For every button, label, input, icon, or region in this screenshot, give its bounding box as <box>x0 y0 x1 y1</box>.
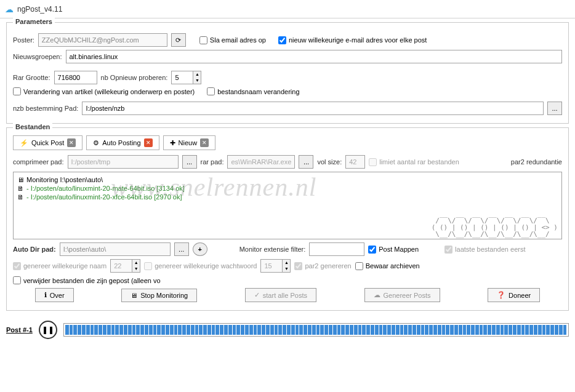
del-posted-label: verwijder bestanden die zijn gepost (all… <box>23 277 161 284</box>
close-icon[interactable]: ✕ <box>67 138 76 147</box>
latest-first-label: laatste bestanden eerst <box>455 246 525 253</box>
obfuscate-article-label: Verandering van artikel (willekeurig ond… <box>23 88 195 95</box>
file-icon: 🗎 <box>17 193 24 201</box>
autodir-label: Auto Dir pad: <box>13 246 56 253</box>
save-email-checkbox[interactable] <box>199 36 207 44</box>
latest-first-checkbox[interactable] <box>444 246 452 254</box>
keep-archives-checkbox[interactable] <box>355 262 363 270</box>
save-email-label: Sla email adres op <box>210 36 266 44</box>
log-area: 🖥Monitoring I:\posten\auto\ 🗎- I:/posten… <box>13 172 562 239</box>
rar-size-input[interactable] <box>54 71 97 84</box>
retry-up-button[interactable]: ▲ <box>193 71 201 78</box>
app-icon: ☁ <box>5 4 14 14</box>
nzb-path-input[interactable] <box>82 102 544 115</box>
post-number-label: Post #-1 <box>6 326 33 334</box>
parameters-legend: Parameters <box>13 18 55 25</box>
tab-new-label: Nieuw <box>179 139 198 146</box>
retry-input[interactable] <box>171 71 193 84</box>
log-line: Monitoring I:\posten\auto\ <box>26 176 103 183</box>
log-line: - I:/posten/auto/linuxmint-20-mate-64bit… <box>26 185 185 192</box>
retry-label: nb Opnieuw proberen: <box>101 74 168 81</box>
stop-monitoring-button[interactable]: 🖥Stop Monitoring <box>121 289 197 302</box>
gen-name-len-input[interactable] <box>110 259 132 273</box>
close-icon[interactable]: ✕ <box>144 138 153 147</box>
gear-icon: ⚙ <box>93 139 99 147</box>
gen-pass-len-input[interactable] <box>260 259 283 273</box>
tab-new[interactable]: ✚ Nieuw ✕ <box>163 135 216 150</box>
retry-down-button[interactable]: ▼ <box>193 78 201 84</box>
help-icon: ❓ <box>497 291 505 299</box>
progress-bar <box>63 323 569 337</box>
rar-path-input[interactable] <box>227 155 295 169</box>
tab-quick-label: Quick Post <box>31 139 64 146</box>
rar-path-browse-button[interactable]: ... <box>299 155 313 169</box>
monitor-ext-input[interactable] <box>309 242 364 256</box>
limit-rar-label: limiet aantal rar bestanden <box>379 158 459 166</box>
del-posted-checkbox[interactable] <box>13 276 21 284</box>
lightning-icon: ⚡ <box>20 139 28 147</box>
obfuscate-article-checkbox[interactable] <box>13 87 21 95</box>
log-line: - I:/posten/auto/linuxmint-20-xfce-64bit… <box>26 193 182 201</box>
nzb-path-browse-button[interactable]: ... <box>547 102 562 115</box>
compress-path-input[interactable] <box>68 155 179 169</box>
file-icon: 🗎 <box>17 185 24 192</box>
post-folders-checkbox[interactable] <box>368 246 376 254</box>
start-all-posts-button[interactable]: ✓start alle Posts <box>245 288 316 302</box>
tab-quick-post[interactable]: ⚡ Quick Post ✕ <box>13 135 82 150</box>
random-email-checkbox[interactable] <box>278 36 286 44</box>
tab-auto-label: Auto Posting <box>102 139 140 146</box>
poster-input[interactable] <box>38 33 167 47</box>
tab-auto-posting[interactable]: ⚙ Auto Posting ✕ <box>86 135 159 150</box>
compress-browse-button[interactable]: ... <box>182 155 197 169</box>
compress-path-label: comprimeer pad: <box>13 158 64 166</box>
close-icon[interactable]: ✕ <box>200 138 209 147</box>
pause-button[interactable]: ❚❚ <box>39 321 57 339</box>
gen-par2-label: par2 genereren <box>305 262 351 270</box>
info-icon: ℹ <box>44 291 47 299</box>
monitor-ext-label: Monitor extensie filter: <box>239 246 306 253</box>
rar-size-label: Rar Grootte: <box>13 74 50 81</box>
gen-pass-checkbox[interactable] <box>144 262 152 270</box>
gen-name-label: genereer willekeurige naam <box>23 262 107 270</box>
random-email-label: nieuw willekeurige e-mail adres voor elk… <box>289 36 427 44</box>
rar-path-label: rar pad: <box>201 158 224 166</box>
cloud-icon: ☁ <box>374 291 380 299</box>
monitor-icon: 🖥 <box>17 176 24 183</box>
filename-obf-label: bestandsnaam verandering <box>217 88 299 95</box>
par2-redundancy-label: par2 redundantie <box>511 158 562 166</box>
filename-obf-checkbox[interactable] <box>207 87 215 95</box>
limit-rar-checkbox[interactable] <box>369 158 377 166</box>
gen-name-checkbox[interactable] <box>13 262 21 270</box>
refresh-poster-button[interactable]: ⟳ <box>171 33 186 47</box>
gen-pass-label: genereer willekeurige wachtwoord <box>155 262 257 270</box>
post-folders-label: Post Mappen <box>379 246 419 253</box>
about-button[interactable]: ℹOver <box>35 288 74 302</box>
newsgroups-input[interactable] <box>66 50 563 63</box>
newsgroups-label: Nieuwsgroepen: <box>13 53 62 60</box>
autodir-browse-button[interactable]: ... <box>174 242 189 256</box>
donate-button[interactable]: ❓Doneer <box>488 288 540 302</box>
ascii-art: __ __ __ __ __ __ __ / \/ \/ \/ \/ \/ \/… <box>432 210 558 238</box>
add-dir-button[interactable]: + <box>193 242 207 256</box>
app-title: ngPost_v4.11 <box>17 5 62 14</box>
generate-posts-button[interactable]: ☁Genereer Posts <box>364 288 440 302</box>
parameters-group: Parameters Poster: ⟳ Sla email adres op … <box>6 22 569 124</box>
files-group: Bestanden ⚡ Quick Post ✕ ⚙ Auto Posting … <box>6 127 569 311</box>
poster-label: Poster: <box>13 36 34 44</box>
plus-icon: ✚ <box>170 139 175 147</box>
vol-size-input[interactable] <box>345 155 365 169</box>
files-legend: Bestanden <box>13 123 52 130</box>
monitor-icon: 🖥 <box>131 292 137 299</box>
nzb-path-label: nzb bestemming Pad: <box>13 105 78 112</box>
autodir-input[interactable] <box>60 242 171 256</box>
vol-size-label: vol size: <box>317 158 342 166</box>
keep-archives-label: Bewaar archieven <box>366 262 420 270</box>
gen-par2-checkbox[interactable] <box>294 262 302 270</box>
check-icon: ✓ <box>254 291 260 299</box>
